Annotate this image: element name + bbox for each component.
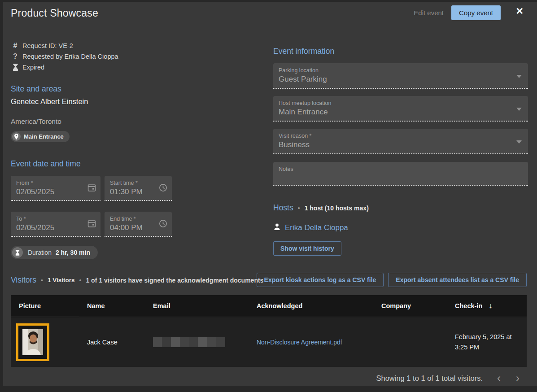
request-id: Request ID: VE-2 [22,42,73,49]
question-icon: ? [11,52,20,61]
event-details-modal: Product Showcase Edit event Copy event ✕… [3,2,537,386]
duration-label: Duration [28,249,52,256]
requested-by-row: ? Requested by Erika Della Cioppa [11,51,118,62]
column-header-picture[interactable]: Picture [11,295,79,317]
visitors-heading: Visitors [11,275,36,285]
event-information-heading: Event information [273,47,528,56]
from-date-label: From * [16,180,95,186]
end-time-field[interactable]: End time * 04:00 PM [105,212,172,237]
next-page-icon[interactable]: › [515,373,520,383]
to-date-field[interactable]: To * 02/05/2025 [11,212,100,237]
parking-location-select[interactable]: Parking location Guest Parking [273,63,528,89]
location-pin-icon [12,132,21,141]
host-name-link[interactable]: Erika Della Cioppa [285,223,348,232]
requested-by: Requested by Erika Della Cioppa [22,53,118,60]
visitor-acknowledged-cell: Non-Disclosure Agreement.pdf [249,317,373,367]
parking-location-value: Guest Parking [279,75,523,84]
chevron-down-icon [516,140,522,144]
timezone: America/Toronto [11,118,244,126]
site-and-areas-heading: Site and areas [11,84,244,94]
clock-icon [159,219,167,230]
chevron-down-icon [516,75,522,78]
duration-badge: Duration 2 hr, 30 min [11,246,98,259]
visitor-name: Jack Case [79,317,145,367]
visit-reason-value: Business [279,140,523,149]
event-meta: # Request ID: VE-2 ? Requested by Erika … [11,40,118,73]
pagination-summary: Showing 1 to 1 of 1 total visitors. [376,374,483,383]
notes-textarea[interactable]: Notes [273,162,528,186]
export-absent-list-button[interactable]: Export absent attendees list as a CSV fi… [388,273,527,287]
visitors-table: Picture Name Email Acknowledged Company … [11,295,527,367]
request-id-row: # Request ID: VE-2 [11,40,118,51]
area-chip-label: Main Entrance [24,133,64,140]
bullet-separator: • [41,277,43,284]
host-item: Erika Della Cioppa [273,223,528,232]
from-date-field[interactable]: From * 02/05/2025 [11,176,100,201]
acknowledged-document-link[interactable]: Non-Disclosure Agreement.pdf [257,339,342,346]
show-visit-history-button[interactable]: Show visit history [273,241,341,256]
calendar-icon [87,219,96,230]
visitor-company [373,317,447,367]
event-datetime-fields: From * 02/05/2025 Start time * 01:30 PM … [11,176,244,237]
visitors-table-header: Picture Name Email Acknowledged Company … [11,295,527,317]
visitor-email-cell [145,317,249,367]
hosts-heading: Hosts [273,203,293,213]
chevron-down-icon [516,108,522,111]
column-header-name[interactable]: Name [79,295,145,317]
end-time-label: End time * [110,216,166,222]
host-meetup-location-select[interactable]: Host meetup location Main Entrance [273,96,528,122]
hourglass-icon [12,247,23,258]
host-meetup-location-value: Main Entrance [279,108,523,117]
bullet-separator: • [298,205,300,212]
visitor-checkin: February 5, 2025 at 3:25 PM [447,317,527,367]
event-datetime-heading: Event date and time [11,159,244,169]
copy-event-button[interactable]: Copy event [451,5,501,20]
hash-icon: # [11,42,20,50]
previous-page-icon[interactable]: ‹ [496,373,502,383]
table-row[interactable]: Jack Case Non-Disclosure Agreement.pdf F… [11,317,527,367]
hourglass-icon [11,64,20,71]
end-time-value: 04:00 PM [110,223,166,232]
start-time-label: Start time * [110,180,166,186]
hosts-summary: 1 host (10 hosts max) [305,205,369,212]
column-header-acknowledged[interactable]: Acknowledged [249,295,373,317]
duration-value: 2 hr, 30 min [56,249,90,256]
visit-reason-select[interactable]: Visit reason * Business [273,129,528,154]
visitors-count: 1 Visitors [48,277,75,283]
sort-descending-icon[interactable]: ↓ [489,302,492,310]
host-meetup-location-label: Host meetup location [279,100,523,106]
page-title: Product Showcase [11,7,98,19]
status-row: Expired [11,62,118,73]
export-kiosk-log-button[interactable]: Export kiosk actions log as a CSV file [257,273,384,287]
clock-icon [159,183,167,194]
person-icon [273,223,281,232]
edit-event-button[interactable]: Edit event [414,9,444,17]
visitor-portrait-image [22,329,43,355]
calendar-icon [87,183,96,194]
to-date-value: 02/05/2025 [16,223,95,232]
visitor-picture-cell [11,317,79,367]
area-chip: Main Entrance [11,131,70,142]
start-time-field[interactable]: Start time * 01:30 PM [105,176,172,201]
close-icon[interactable]: ✕ [515,6,524,16]
visitor-photo[interactable] [16,323,49,361]
site-name: Genetec Albert Einstein [11,97,244,106]
column-header-email[interactable]: Email [145,295,249,317]
start-time-value: 01:30 PM [110,187,166,196]
visit-reason-label: Visit reason * [279,133,523,139]
from-date-value: 02/05/2025 [16,187,95,196]
to-date-label: To * [16,216,95,222]
visitors-signed-status: 1 of 1 visitors have signed the acknowle… [86,277,263,284]
parking-location-label: Parking location [279,67,523,74]
column-header-checkin[interactable]: Check-in ↓ [447,295,527,317]
pagination: Showing 1 to 1 of 1 total visitors. ‹ › [11,371,527,385]
redacted-email [153,337,225,347]
notes-placeholder: Notes [279,166,523,172]
bullet-separator: • [79,277,82,284]
status-badge: Expired [22,64,44,71]
column-header-company[interactable]: Company [373,295,447,317]
